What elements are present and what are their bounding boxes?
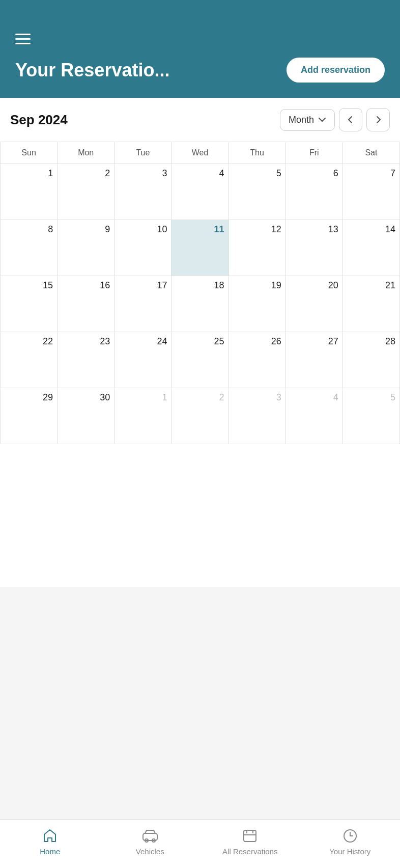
day-number: 23 [62, 336, 110, 347]
calendar-day[interactable]: 4 [285, 388, 342, 444]
calendar-day[interactable]: 22 [1, 332, 58, 388]
calendar-nav: Sep 2024 Month [0, 98, 400, 142]
day-number: 6 [290, 168, 338, 179]
calendar-day[interactable]: 20 [285, 276, 342, 332]
calendar-day[interactable]: 2 [172, 388, 228, 444]
hamburger-menu[interactable] [15, 31, 385, 47]
calendar-day[interactable]: 14 [342, 220, 399, 276]
nav-label-your-history: Your History [329, 847, 370, 856]
calendar-day[interactable]: 24 [115, 332, 172, 388]
view-label: Month [289, 115, 314, 125]
day-number: 15 [5, 280, 53, 291]
calendar-day[interactable]: 13 [285, 220, 342, 276]
bottom-nav: Home Vehicles All Reservations Your Hist… [0, 819, 400, 868]
day-number: 14 [347, 224, 395, 235]
day-number: 16 [62, 280, 110, 291]
calendar-day[interactable]: 19 [228, 276, 285, 332]
day-number: 24 [119, 336, 167, 347]
calendar-day[interactable]: 8 [1, 220, 58, 276]
day-number: 18 [176, 280, 224, 291]
day-header-tue: Tue [115, 142, 172, 164]
nav-label-all-reservations: All Reservations [222, 847, 277, 856]
calendar-day[interactable]: 3 [228, 388, 285, 444]
day-number: 28 [347, 336, 395, 347]
day-number: 30 [62, 392, 110, 403]
next-month-button[interactable] [366, 108, 390, 131]
all-reservations-icon [242, 828, 258, 844]
day-number: 22 [5, 336, 53, 347]
history-icon [342, 828, 358, 844]
day-number: 9 [62, 224, 110, 235]
calendar-day[interactable]: 29 [1, 388, 58, 444]
month-year-label: Sep 2024 [10, 112, 68, 128]
day-number: 25 [176, 336, 224, 347]
day-number: 12 [233, 224, 281, 235]
day-number: 21 [347, 280, 395, 291]
nav-item-home[interactable]: Home [0, 828, 100, 856]
page-title: Your Reservatio... [15, 60, 169, 81]
chevron-down-icon [318, 116, 326, 124]
nav-item-your-history[interactable]: Your History [300, 828, 401, 856]
nav-item-all-reservations[interactable]: All Reservations [200, 828, 300, 856]
day-number: 4 [290, 392, 338, 403]
day-number: 2 [62, 168, 110, 179]
view-select[interactable]: Month [280, 109, 335, 131]
day-header-mon: Mon [58, 142, 115, 164]
calendar-week-2: 15161718192021 [1, 276, 400, 332]
day-number: 3 [233, 392, 281, 403]
calendar-day[interactable]: 12 [228, 220, 285, 276]
calendar-week-0: 1234567 [1, 164, 400, 220]
calendar-container: Sep 2024 Month SunMonTueWedThuFr [0, 98, 400, 587]
prev-month-button[interactable] [339, 108, 362, 131]
chevron-left-icon [346, 115, 355, 124]
day-number: 5 [347, 392, 395, 403]
calendar-week-3: 22232425262728 [1, 332, 400, 388]
calendar-day[interactable]: 15 [1, 276, 58, 332]
day-number: 11 [176, 224, 224, 235]
calendar-week-4: 293012345 [1, 388, 400, 444]
calendar-header: SunMonTueWedThuFriSat [1, 142, 400, 164]
day-header-sat: Sat [342, 142, 399, 164]
day-header-thu: Thu [228, 142, 285, 164]
calendar-body: 1234567891011121314151617181920212223242… [1, 164, 400, 444]
nav-controls: Month [280, 108, 390, 131]
calendar-day[interactable]: 4 [172, 164, 228, 220]
calendar-day[interactable]: 16 [58, 276, 115, 332]
day-number: 8 [5, 224, 53, 235]
calendar-day[interactable]: 1 [115, 388, 172, 444]
day-number: 5 [233, 168, 281, 179]
calendar-day[interactable]: 5 [342, 388, 399, 444]
calendar-day[interactable]: 28 [342, 332, 399, 388]
calendar-day[interactable]: 21 [342, 276, 399, 332]
calendar-day[interactable]: 25 [172, 332, 228, 388]
nav-label-home: Home [40, 847, 60, 856]
calendar-day[interactable]: 30 [58, 388, 115, 444]
calendar-day[interactable]: 7 [342, 164, 399, 220]
calendar-day[interactable]: 17 [115, 276, 172, 332]
calendar-day[interactable]: 2 [58, 164, 115, 220]
day-number: 4 [176, 168, 224, 179]
calendar-day[interactable]: 3 [115, 164, 172, 220]
calendar-day[interactable]: 5 [228, 164, 285, 220]
day-number: 10 [119, 224, 167, 235]
nav-item-vehicles[interactable]: Vehicles [100, 828, 201, 856]
calendar-day[interactable]: 11 [172, 220, 228, 276]
day-number: 26 [233, 336, 281, 347]
calendar-day[interactable]: 10 [115, 220, 172, 276]
day-number: 1 [119, 392, 167, 403]
day-number: 29 [5, 392, 53, 403]
svg-rect-3 [244, 830, 256, 842]
calendar-week-1: 891011121314 [1, 220, 400, 276]
day-number: 27 [290, 336, 338, 347]
calendar-day[interactable]: 26 [228, 332, 285, 388]
home-icon [42, 828, 58, 844]
calendar-day[interactable]: 27 [285, 332, 342, 388]
calendar-day[interactable]: 18 [172, 276, 228, 332]
calendar-day[interactable]: 23 [58, 332, 115, 388]
calendar-day[interactable]: 6 [285, 164, 342, 220]
day-number: 7 [347, 168, 395, 179]
calendar-day[interactable]: 1 [1, 164, 58, 220]
add-reservation-button[interactable]: Add reservation [287, 58, 385, 83]
calendar-day[interactable]: 9 [58, 220, 115, 276]
day-number: 2 [176, 392, 224, 403]
